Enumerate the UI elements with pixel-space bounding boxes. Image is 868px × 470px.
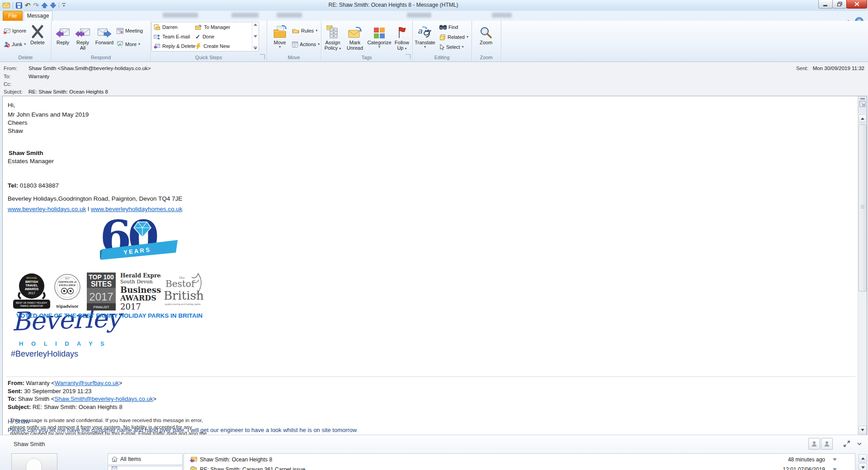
svg-text:Herald Express: Herald Express (120, 273, 161, 279)
top-100-sites-badge: TOP 100 SITES 2017 FINALIST (86, 272, 117, 311)
mark-unread-button[interactable]: Mark Unread (344, 22, 365, 51)
scroll-down-button[interactable] (859, 426, 867, 434)
title-bar: ↶ ↷ ▾ RE: Shaw Smith: Ocean Heights 8 - … (0, 0, 868, 11)
svg-text:SITES: SITES (91, 280, 112, 288)
group-label-tags: Tags (321, 55, 412, 60)
tab-message[interactable]: Message (24, 11, 52, 22)
zoom-button[interactable]: Zoom (474, 22, 498, 45)
rules-button[interactable]: Rules ▾ (291, 26, 318, 35)
svg-text:2017: 2017 (120, 302, 141, 311)
expand-people-pane-icon[interactable] (844, 441, 850, 447)
people-scroll-down-button[interactable] (859, 463, 867, 470)
body-scrollbar[interactable] (858, 96, 867, 435)
quick-steps-overflow-icon[interactable] (253, 47, 257, 50)
scrollbar-thumb[interactable] (859, 124, 867, 291)
quick-step-to-manager[interactable]: To Manager (195, 23, 230, 32)
people-list-scrollbar[interactable] (859, 454, 866, 470)
quick-step-done[interactable]: ✓ Done (195, 32, 214, 41)
to-value: Warranty (28, 74, 49, 79)
tab-all-items[interactable]: All Items (108, 453, 183, 465)
svg-text:FINALIST: FINALIST (93, 305, 109, 309)
website-link-1[interactable]: www.beverley-holidays.co.uk (8, 206, 86, 212)
assign-policy-icon (322, 22, 344, 39)
tags-dialog-launcher[interactable] (406, 54, 410, 59)
people-scroll-up-button[interactable] (859, 454, 867, 462)
replied-mail-icon (189, 456, 197, 463)
more-respond-icon (117, 41, 123, 47)
people-pane-contact-name: Shaw Smith (14, 441, 45, 447)
list-item-title: Shaw Smith: Ocean Heights 8 (200, 456, 272, 463)
business-awards-badge: Herald Express South Devon Business AWAR… (119, 272, 161, 311)
quick-step-create-new[interactable]: Create New (195, 42, 230, 51)
ribbon-tab-row: File Message (0, 11, 868, 21)
signature-address: Beverley Holidays,Goodrington Road, Paig… (8, 195, 182, 202)
follow-up-button[interactable]: Follow Up ▾ (392, 22, 411, 51)
reply-all-button[interactable]: Reply All (73, 22, 93, 51)
contact-photo-button[interactable] (808, 438, 820, 450)
related-button[interactable]: Related ▾ (439, 33, 469, 42)
message-header: From: Shaw Smith <Shaw.Smith@beverley-ho… (0, 62, 868, 95)
tripadvisor-badge: 2017 CERTIFICATE of EXCELLENCE tripadvis… (53, 273, 81, 311)
quick-steps-box: Darren Team E-mail Reply & Delete To Man… (151, 22, 259, 52)
quick-step-reply-delete[interactable]: Reply & Delete (154, 42, 195, 51)
translate-button[interactable]: a Translate ▾ (413, 22, 437, 49)
junk-button[interactable]: Junk ▾ (2, 40, 27, 49)
quick-step-team-email[interactable]: Team E-mail (154, 32, 190, 41)
ignore-button[interactable]: Ignore (2, 26, 27, 35)
assign-policy-button[interactable]: Assign Policy ▾ (322, 22, 344, 51)
translate-icon: a (413, 22, 437, 39)
reply-button[interactable]: Reply (53, 22, 73, 45)
quick-step-darren[interactable]: Darren (154, 23, 178, 32)
svg-text:quality touring and holiday pa: quality touring and holiday parks (165, 303, 201, 306)
collapse-dash-icon[interactable] (860, 98, 865, 99)
tab-mail-partial[interactable] (108, 466, 183, 470)
more-respond-button[interactable]: More ▾ (116, 40, 141, 49)
sent-label: Sent: (796, 66, 808, 71)
signature-tel: Tel: 01803 843887 (8, 182, 59, 189)
group-label-delete: Delete (0, 55, 51, 60)
ribbon-group-tags: Assign Policy ▾ Mark Unread Categorize ▾… (321, 21, 413, 61)
scroll-up-button[interactable] (859, 114, 867, 123)
signature-links: www.beverley-holidays.co.uk l www.beverl… (8, 206, 182, 212)
item-dropdown-icon[interactable] (833, 468, 837, 470)
related-documents-icon (439, 34, 446, 40)
group-label-zoom: Zoom (472, 55, 501, 60)
find-button[interactable]: Find (439, 23, 459, 32)
svg-text:Bestof: Bestof (165, 278, 195, 289)
quoted-from-email-link[interactable]: Warranty@surfbay.co.uk (55, 380, 119, 386)
quick-steps-scroll-down-icon[interactable] (254, 35, 257, 38)
quoted-to-email-link[interactable]: Shaw.Smith@beverley-holidays.co.uk (54, 395, 153, 402)
quick-steps-scrollbar[interactable] (252, 23, 258, 51)
quoted-to-line: To: Shaw Smith <Shaw.Smith@beverley-holi… (8, 395, 156, 402)
list-item[interactable]: Shaw Smith: Ocean Heights 8 48 minutes a… (184, 455, 855, 464)
blurred-artifact (492, 13, 512, 18)
delete-button[interactable]: Delete (26, 22, 49, 45)
quoted-subject-line: Subject: RE: Shaw Smith: Ocean Heights 8 (8, 404, 123, 410)
reading-pane-icon[interactable] (859, 101, 866, 107)
actions-button[interactable]: Actions ▾ (291, 40, 321, 49)
person-icon (824, 441, 830, 447)
follow-up-flag-icon (392, 22, 411, 39)
list-item-time: 12:01 07/06/2019 (783, 466, 825, 470)
forward-button[interactable]: Forward (94, 22, 115, 45)
categorize-button[interactable]: Categorize ▾ (366, 22, 392, 49)
meeting-button[interactable]: Meeting (116, 26, 144, 35)
item-dropdown-icon[interactable] (833, 458, 837, 461)
cursor-icon (439, 44, 444, 50)
website-link-2[interactable]: www.beverleyholidayhomes.co.uk (91, 206, 183, 212)
minimize-button[interactable] (818, 0, 833, 9)
select-button[interactable]: Select ▾ (439, 42, 465, 52)
close-button[interactable] (846, 0, 867, 9)
quick-steps-scroll-up-icon[interactable] (254, 24, 257, 26)
restore-button[interactable] (832, 0, 847, 9)
people-pane-collapse-chevron-icon[interactable] (857, 442, 862, 445)
contact-photo-button-2[interactable] (821, 438, 833, 450)
tab-file[interactable]: File (3, 11, 23, 21)
quick-steps-dialog-launcher[interactable] (260, 54, 265, 59)
move-button[interactable]: Move ▾ (269, 22, 290, 49)
blurred-artifact (407, 13, 431, 18)
blurred-artifact (231, 13, 259, 18)
list-item[interactable]: RE: Shaw Smith: Caravan 361 Carpet issue… (184, 465, 855, 470)
list-item-time: 48 minutes ago (788, 456, 825, 463)
header-collapse-control[interactable] (858, 96, 867, 113)
